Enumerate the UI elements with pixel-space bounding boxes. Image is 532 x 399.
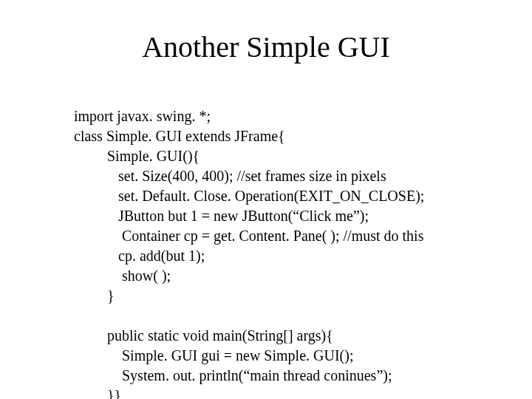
slide: Another Simple GUI import javax. swing. …: [0, 0, 532, 399]
code-line: set. Size(400, 400); //set frames size i…: [74, 168, 386, 184]
code-line: JButton but 1 = new JButton(“Click me”);: [74, 208, 369, 224]
slide-title: Another Simple GUI: [30, 30, 502, 64]
code-line: Simple. GUI(){: [74, 148, 200, 164]
code-line: }: [74, 287, 115, 304]
code-line: System. out. println(“main thread coninu…: [74, 367, 392, 383]
code-line: public static void main(String[] args){: [74, 327, 333, 344]
code-line: }}: [74, 387, 121, 399]
code-line: set. Default. Close. Operation(EXIT_ON_C…: [74, 188, 424, 204]
code-line: Simple. GUI gui = new Simple. GUI();: [74, 347, 353, 364]
code-line: Container cp = get. Content. Pane( ); //…: [74, 228, 423, 244]
code-block: import javax. swing. *; class Simple. GU…: [74, 86, 502, 399]
code-line: import javax. swing. *;: [74, 108, 211, 124]
code-line: class Simple. GUI extends JFrame{: [74, 128, 285, 144]
code-line: cp. add(but 1);: [74, 248, 205, 264]
code-line: show( );: [74, 267, 171, 284]
